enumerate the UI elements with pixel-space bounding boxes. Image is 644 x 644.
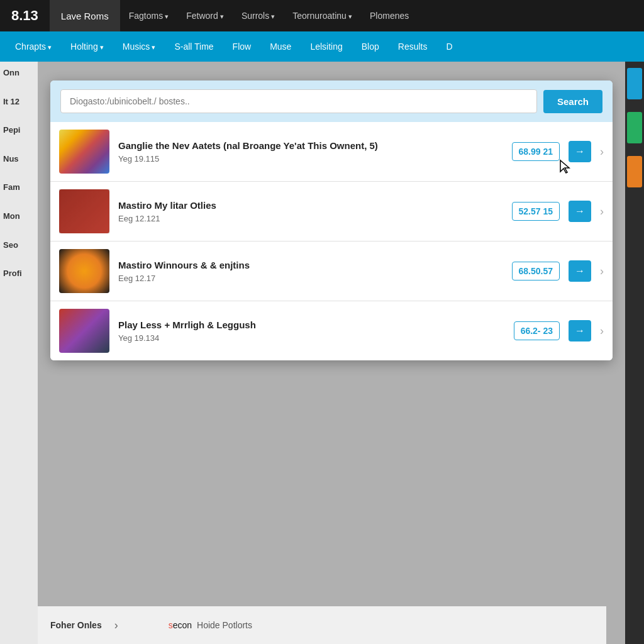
result-arrow-button[interactable]: → (569, 141, 591, 162)
nav2-muse[interactable]: Muse (261, 42, 300, 52)
result-arrow-button[interactable]: → (569, 201, 591, 222)
result-thumbnail (59, 249, 109, 293)
nav2-results[interactable]: Results (389, 42, 436, 52)
result-thumbnail (59, 189, 109, 233)
result-chevron-icon[interactable]: › (600, 265, 604, 278)
result-item: Mastiro Winnours & & enjtins Eeg 12.17 6… (50, 242, 613, 301)
result-item: Ganglie the Nev Aatets (nal Broange Ye'a… (50, 122, 613, 182)
bottom-secon-label: secon (169, 620, 192, 630)
result-score: 68.50.57 (512, 262, 560, 280)
nav-fagtoms[interactable]: Fagtoms (120, 11, 178, 21)
result-item: Mastiro My litar Otlies Eeg 12.121 52.57… (50, 182, 613, 242)
nav2-flow[interactable]: Flow (224, 42, 260, 52)
result-arrow-button[interactable]: → (569, 260, 591, 282)
result-subtitle: Yeg 19.134 (118, 333, 505, 343)
sidebar-label-nus: Nus (3, 154, 35, 164)
right-badge-green (627, 112, 642, 143)
result-info: Ganglie the Nev Aatets (nal Broange Ye'a… (118, 140, 503, 164)
result-title: Mastiro My litar Otlies (118, 200, 503, 211)
sidebar-label-pepi: Pepi (3, 125, 35, 135)
result-thumbnail (59, 130, 109, 174)
result-score: 66.2- 23 (514, 321, 560, 340)
nav-teorn[interactable]: Teornuroatinu (284, 11, 361, 21)
result-title: Play Less + Mrrligh & Leggush (118, 319, 505, 330)
sidebar-label-fam: Fam (3, 182, 35, 192)
result-info: Mastiro Winnours & & enjtins Eeg 12.17 (118, 260, 503, 283)
result-arrow-button[interactable]: → (569, 320, 591, 341)
nav2-salltime[interactable]: S-all Time (165, 42, 222, 52)
right-badge-orange (627, 156, 642, 187)
bottom-center: secon Hoide Potlorts (169, 620, 252, 630)
result-title: Ganglie the Nev Aatets (nal Broange Ye'a… (118, 140, 503, 151)
results-list: Ganglie the Nev Aatets (nal Broange Ye'a… (50, 122, 613, 360)
bottom-description: Hoide Potlorts (197, 620, 252, 630)
sidebar-label-profi: Profi (3, 269, 35, 279)
result-info: Mastiro My litar Otlies Eeg 12.121 (118, 200, 503, 223)
search-button[interactable]: Search (543, 90, 602, 113)
sidebar-label-seo: Seo (3, 240, 35, 250)
sidebar-label-onn: Onn (3, 68, 35, 78)
secon-s: s (169, 620, 173, 630)
result-subtitle: Eeg 12.17 (118, 274, 503, 283)
search-modal: Search Ganglie the Nev Aatets (nal Broan… (50, 80, 613, 360)
nav2-blop[interactable]: Blop (353, 42, 388, 52)
main-content: Onn It 12 Pepi Nus Fam Mon Seo Profi Sea… (0, 62, 644, 644)
center-area: Search Ganglie the Nev Aatets (nal Broan… (38, 62, 625, 644)
bottom-chevron-icon[interactable]: › (114, 619, 118, 632)
active-tab[interactable]: Lave Roms (50, 0, 120, 31)
result-score: 68.99 21 (512, 142, 560, 161)
sidebar-label-it12: It 12 (3, 97, 35, 107)
left-sidebar: Onn It 12 Pepi Nus Fam Mon Seo Profi (0, 62, 38, 644)
nav2-chrapts[interactable]: Chrapts (6, 42, 60, 52)
right-sidebar (625, 62, 644, 644)
result-info: Play Less + Mrrligh & Leggush Yeg 19.134 (118, 319, 505, 343)
bottom-bar: Foher Onles › secon Hoide Potlorts (38, 606, 606, 644)
nav-plomenes[interactable]: Plomenes (361, 11, 418, 21)
result-chevron-icon[interactable]: › (600, 325, 604, 338)
result-item: Play Less + Mrrligh & Leggush Yeg 19.134… (50, 301, 613, 360)
result-title: Mastiro Winnours & & enjtins (118, 260, 503, 270)
secon-rest: econ (173, 620, 192, 630)
result-chevron-icon[interactable]: › (600, 145, 604, 158)
result-subtitle: Eeg 12.121 (118, 214, 503, 223)
nav2-holting[interactable]: Holting (62, 42, 113, 52)
nav-surrols[interactable]: Surrols (233, 11, 284, 21)
result-chevron-icon[interactable]: › (600, 205, 604, 218)
nav2-lelsiting[interactable]: Lelsiting (301, 42, 351, 52)
bottom-left-label: Foher Onles (50, 620, 102, 630)
second-navigation: Chrapts Holting Musics S-all Time Flow M… (0, 31, 644, 62)
sidebar-label-mon: Mon (3, 211, 35, 221)
result-thumbnail (59, 309, 109, 353)
search-bar-area: Search (50, 80, 613, 122)
nav2-musics[interactable]: Musics (114, 42, 165, 52)
nav-fetword[interactable]: Fetword (177, 11, 233, 21)
search-input[interactable] (60, 89, 537, 113)
nav2-d[interactable]: D (438, 42, 462, 52)
top-navigation: 8.13 Lave Roms Fagtoms Fetword Surrols T… (0, 0, 644, 31)
site-logo: 8.13 (6, 8, 43, 24)
result-score: 52.57 15 (512, 202, 560, 221)
result-subtitle: Yeg 19.115 (118, 154, 503, 164)
right-badge-blue (627, 68, 642, 99)
